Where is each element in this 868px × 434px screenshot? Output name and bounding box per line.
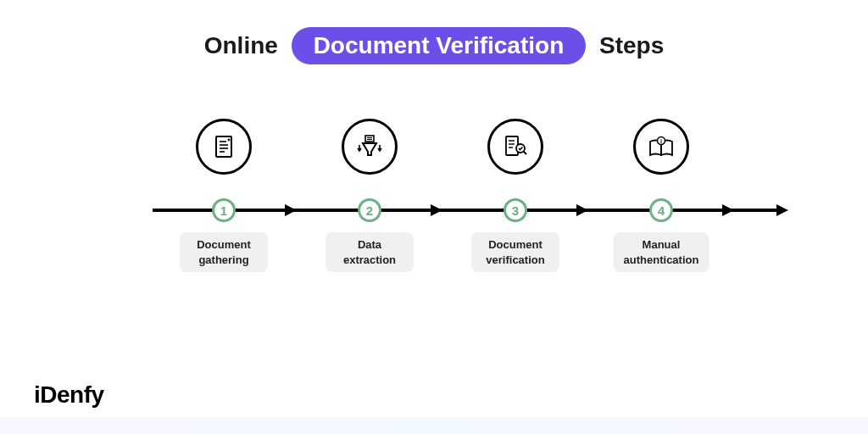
step-label: Data extraction [326,232,414,272]
document-icon [196,119,252,175]
arrowhead-icon [776,204,788,216]
svg-text:i: i [660,138,662,144]
arrowhead-icon [285,204,297,216]
title-highlight: Document Verification [292,27,587,64]
funnel-icon [342,119,398,175]
svg-point-5 [228,139,231,142]
svg-line-14 [524,152,526,154]
arrowhead-icon [576,204,588,216]
diagram-title: Online Document Verification Steps [0,27,868,64]
step-number: 1 [212,198,236,222]
arrowhead-icon [431,204,442,216]
flow-axis [153,209,783,212]
step-label: Document verification [471,232,559,272]
title-post: Steps [599,32,664,58]
doc-search-icon [487,119,543,175]
brand-logo: iDenfy [34,381,104,409]
book-info-icon: i [633,119,689,175]
arrowhead-icon [722,204,734,216]
step-number: 3 [504,198,527,222]
step-data-extraction: 2 Data extraction [319,119,420,185]
svg-rect-9 [506,136,518,155]
step-number: 4 [649,198,673,222]
title-pre: Online [204,32,278,58]
process-flow: 1 Document gathering 2 Data extraction [153,119,783,305]
step-document-gathering: 1 Document gathering [173,119,275,185]
footer-gradient [0,417,868,434]
step-manual-authentication: i 4 Manual authentication [610,119,712,185]
step-label: Document gathering [180,232,268,272]
svg-rect-6 [365,136,374,142]
step-label: Manual authentication [614,232,709,272]
step-number: 2 [358,198,381,222]
step-document-verification: 3 Document verification [465,119,566,185]
